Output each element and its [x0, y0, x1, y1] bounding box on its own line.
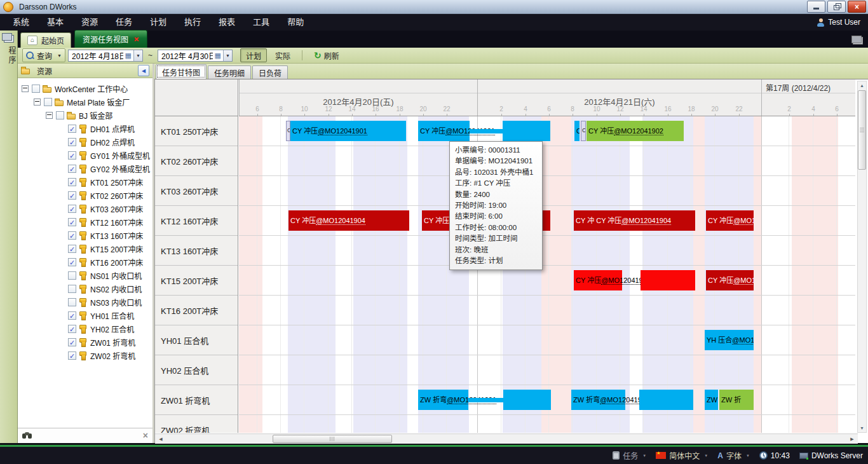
tree-checkbox[interactable]: ✓ — [68, 258, 76, 266]
tree-item[interactable]: ✓ZW02 折弯机 — [18, 349, 153, 362]
scroll-down-icon[interactable]: ▼ — [858, 424, 866, 432]
tree-checkbox[interactable]: ✓ — [68, 138, 76, 146]
gantt-bar[interactable] — [639, 390, 693, 410]
scroll-left-icon[interactable]: ◀ — [156, 435, 165, 444]
tree-item[interactable]: ✓KT15 200T冲床 — [18, 242, 153, 256]
scroll-right-icon[interactable]: ▶ — [848, 435, 857, 444]
horizontal-scrollbar[interactable]: ◀ ▶ — [155, 433, 858, 444]
close-button[interactable]: × — [848, 1, 866, 13]
horizontal-scroll-thumb[interactable] — [273, 435, 392, 443]
view-tab[interactable]: 日负荷 — [252, 65, 288, 79]
tree-expand-toggle[interactable] — [46, 112, 53, 119]
tab-home[interactable]: ⌂ 起始页 — [20, 32, 71, 48]
menu-item[interactable]: 任务 — [107, 14, 141, 31]
date-from-dropdown-icon[interactable]: ▼ — [133, 50, 142, 61]
menu-item[interactable]: 执行 — [175, 14, 210, 31]
gantt-bar-connector[interactable] — [468, 398, 503, 402]
tree-item[interactable]: ✓GY01 外桶成型机 — [18, 149, 153, 162]
date-to-picker[interactable]: 2012年 4月30日 ▦ ▼ — [158, 50, 233, 62]
view-tab[interactable]: 任务甘特图 — [156, 64, 207, 79]
program-side-strip[interactable]: 程序 — [0, 31, 18, 443]
tree-item[interactable]: Metal Plate 钣金厂 — [18, 95, 153, 109]
tree-item[interactable]: ✓KT16 200T冲床 — [18, 256, 153, 269]
tree-item[interactable]: ✓KT03 260T冲床 — [18, 202, 153, 215]
status-task-menu[interactable]: 任务 ▼ — [613, 450, 646, 461]
view-tab[interactable]: 任务明细 — [208, 65, 251, 79]
scroll-up-icon[interactable]: ▲ — [858, 81, 866, 90]
tree-item[interactable]: NS03 内收口机 — [18, 296, 153, 309]
collapse-panel-button[interactable]: ◀ — [138, 65, 149, 76]
vertical-scroll-thumb[interactable] — [858, 90, 866, 170]
tree-checkbox[interactable]: ✓ — [68, 325, 76, 333]
status-language-menu[interactable]: ★ 简体中文 ▼ — [656, 450, 708, 461]
tree-checkbox[interactable]: ✓ — [68, 205, 76, 213]
gantt-bar-badge[interactable]: C — [581, 121, 586, 141]
menu-item[interactable]: 基本 — [38, 14, 72, 31]
gantt-bar[interactable]: CY 冲压@MO12041904 — [288, 210, 409, 231]
tree-checkbox[interactable]: ✓ — [68, 165, 76, 173]
menu-item[interactable]: 计划 — [141, 14, 175, 31]
gantt-bar[interactable]: ZW 折 — [719, 390, 754, 410]
actual-toggle-button[interactable]: 实际 — [269, 48, 296, 62]
tree-item[interactable]: ✓KT01 250T冲床 — [18, 175, 153, 189]
gantt-bar[interactable]: CY 冲压@MO12041902 — [587, 121, 684, 141]
tree-item[interactable]: ✓KT12 160T冲床 — [18, 215, 153, 229]
tree-item[interactable]: ✓KT13 160T冲床 — [18, 229, 153, 242]
tree-checkbox[interactable] — [32, 85, 40, 93]
tree-item[interactable]: NS01 内收口机 — [18, 269, 153, 282]
tab-resource-task-view[interactable]: 资源任务视图 × — [74, 30, 147, 48]
tab-list-icon[interactable] — [853, 37, 863, 44]
tree-checkbox[interactable]: ✓ — [68, 191, 76, 200]
vertical-scrollbar[interactable]: ▲ ▼ — [857, 81, 867, 433]
menu-item[interactable]: 帮助 — [278, 14, 313, 31]
tree-checkbox[interactable]: ✓ — [68, 125, 76, 133]
bar-mo-link[interactable]: @MO12041904 — [316, 217, 365, 225]
gantt-bar[interactable]: C — [574, 121, 580, 141]
gantt-bar[interactable]: CY 冲压@MO1 — [706, 210, 754, 231]
bar-mo-link[interactable]: @MO1 — [733, 217, 754, 225]
tab-close-icon[interactable]: × — [134, 35, 139, 43]
tree-item[interactable]: ✓KT02 260T冲床 — [18, 189, 153, 202]
tree-item[interactable]: BJ 钣金部 — [18, 109, 153, 122]
bar-mo-link[interactable]: @MO12041902 — [614, 127, 663, 135]
gantt-bar[interactable] — [641, 270, 695, 290]
tree-item[interactable]: ✓ZW01 折弯机 — [18, 336, 153, 349]
tree-checkbox[interactable] — [44, 98, 52, 106]
gantt-bar[interactable]: ZW 折弯@MO12041901 — [571, 390, 625, 410]
tree-checkbox[interactable]: ✓ — [68, 231, 76, 240]
bar-mo-link[interactable]: @MO12041901 — [318, 127, 367, 135]
menu-item[interactable]: 工具 — [244, 14, 278, 31]
tree-checkbox[interactable]: ✓ — [68, 151, 76, 160]
gantt-bar-badge[interactable]: C — [286, 121, 290, 141]
menu-item[interactable]: 资源 — [72, 14, 107, 31]
tree-item[interactable]: ✓YH01 压合机 — [18, 309, 153, 322]
gantt-bar[interactable]: ZW — [705, 390, 718, 410]
gantt-bar[interactable]: YH 压合@MO1 — [705, 330, 754, 350]
refresh-button[interactable]: ↻ 刷新 — [308, 48, 345, 62]
tree-checkbox[interactable] — [68, 285, 76, 293]
user-menu[interactable]: Test User — [817, 18, 860, 27]
tree-checkbox[interactable]: ✓ — [68, 245, 76, 253]
tree-checkbox[interactable]: ✓ — [68, 338, 76, 346]
gantt-bar[interactable]: CY 冲压@MO12041901 — [290, 121, 406, 141]
tree-item[interactable]: ✓DH01 点焊机 — [18, 122, 153, 135]
gantt-bar[interactable] — [503, 390, 551, 410]
tree-item[interactable]: WorkCenter 工作中心 — [18, 82, 153, 95]
bar-mo-link[interactable]: @MO1 — [732, 336, 754, 345]
tree-checkbox[interactable] — [68, 271, 76, 280]
search-button[interactable]: 查询 ▼ — [22, 48, 65, 62]
gantt-bar-connector[interactable] — [470, 129, 503, 133]
tree-checkbox[interactable] — [68, 298, 76, 306]
tree-expand-toggle[interactable] — [22, 85, 29, 92]
tree-item[interactable]: NS02 内收口机 — [18, 282, 153, 296]
tree-item[interactable]: ✓GY02 外桶成型机 — [18, 162, 153, 175]
gantt-bar[interactable]: CY 冲 CY 冲压@MO12041904 — [574, 210, 695, 231]
gantt-bar[interactable]: CY 冲压@MO12041901 — [418, 121, 470, 141]
tree-checkbox[interactable]: ✓ — [68, 311, 76, 320]
tree-checkbox[interactable]: ✓ — [68, 351, 76, 360]
tree-item[interactable]: ✓YH02 压合机 — [18, 322, 153, 336]
clear-filter-icon[interactable]: × — [143, 431, 148, 440]
tree-checkbox[interactable]: ✓ — [68, 178, 76, 186]
bar-mo-link[interactable]: @MO1 — [733, 276, 754, 285]
plan-toggle-button[interactable]: 计划 — [240, 48, 267, 62]
